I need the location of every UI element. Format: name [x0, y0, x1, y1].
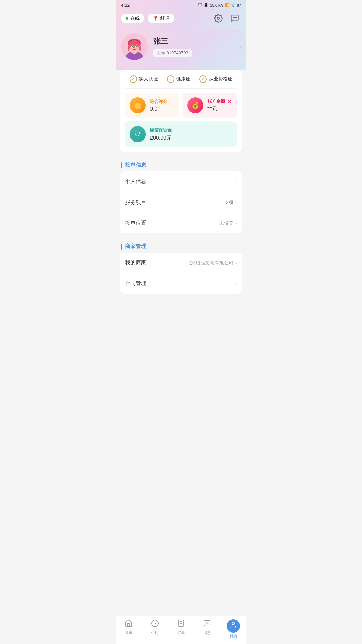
bottom-nav: 首页 忙时 订单 [116, 616, 246, 644]
deposit-row: 🛡 诚信保证金 200.00元 [125, 121, 237, 147]
online-status-badge[interactable]: 在线 [121, 14, 144, 23]
home-icon [125, 619, 133, 629]
main-content: ✓ 实人认证 ✓ 健康证 ✓ 从业资格证 [116, 70, 246, 325]
location-pin-icon: 📍 [153, 16, 158, 21]
score-card[interactable]: ⭐ 综合评分 0.0 [125, 93, 179, 118]
cert-item-qualification: ✓ 从业资格证 [199, 75, 232, 83]
personal-info-arrow: › [235, 179, 237, 185]
cert-item-real-name: ✓ 实人认证 [130, 75, 158, 83]
contract-management-item[interactable]: 合同管理 › [120, 273, 242, 294]
nav-orders-label: 订单 [177, 630, 185, 635]
svg-point-29 [232, 622, 234, 625]
order-info-title: 接单信息 [125, 162, 146, 169]
contract-right: › [235, 281, 237, 287]
messages-icon [203, 619, 211, 629]
service-items-item[interactable]: 服务项目 2项 › [120, 192, 242, 213]
certifications-row: ✓ 实人认证 ✓ 健康证 ✓ 从业资格证 [125, 75, 237, 89]
my-merchant-item[interactable]: 我的商家 北京楷泓文化有限公司 › [120, 253, 242, 273]
svg-point-1 [234, 17, 234, 18]
my-merchant-arrow: › [235, 260, 237, 266]
order-location-right: 未设置 › [219, 220, 237, 226]
cert-item-health: ✓ 健康证 [167, 75, 190, 83]
cert-check-health: ✓ [167, 75, 174, 83]
cert-stats-card: ✓ 实人认证 ✓ 健康证 ✓ 从业资格证 [120, 70, 242, 152]
personal-info-item[interactable]: 个人信息 › [120, 171, 242, 192]
service-items-arrow: › [235, 200, 237, 206]
status-bar: 4:12 ⏰ 📳 15.6 K/s 📶 📡 87 [116, 0, 246, 10]
svg-point-8 [128, 39, 141, 48]
my-merchant-label: 我的商家 [125, 259, 146, 266]
balance-value: **元 [207, 106, 232, 113]
avatar [121, 33, 148, 60]
cert-label-real: 实人认证 [139, 76, 158, 82]
status-icons: ⏰ 📳 15.6 K/s 📶 📡 87 [198, 3, 241, 7]
deposit-label: 诚信保证金 [150, 127, 232, 133]
cert-label-health: 健康证 [176, 76, 190, 82]
svg-point-13 [133, 46, 133, 47]
svg-point-12 [136, 46, 137, 48]
location-badge[interactable]: 📍 蚌埠 [148, 14, 174, 23]
svg-point-16 [136, 48, 139, 49]
header-icons [212, 12, 241, 24]
orders-icon [177, 619, 185, 629]
service-items-label: 服务项目 [125, 199, 146, 206]
svg-point-27 [207, 623, 207, 623]
nav-messages[interactable]: 消息 [194, 619, 220, 639]
order-location-value: 未设置 [219, 220, 233, 226]
score-icon: ⭐ [130, 97, 146, 113]
nav-mine-bg [227, 619, 240, 633]
deposit-value: 200.00元 [150, 135, 232, 142]
score-info: 综合评分 0.0 [150, 99, 175, 112]
deposit-icon: 🛡 [130, 126, 146, 142]
nav-busy[interactable]: 忙时 [142, 619, 168, 639]
service-items-value: 2项 [226, 200, 233, 206]
settings-button[interactable] [212, 12, 224, 24]
online-label: 在线 [130, 15, 140, 21]
nav-messages-label: 消息 [203, 630, 211, 635]
merchant-section-header: 商家管理 [116, 237, 246, 253]
profile-name: 张三 [153, 36, 234, 46]
svg-text:🛡: 🛡 [135, 131, 141, 138]
svg-point-11 [132, 46, 133, 48]
contract-arrow: › [235, 281, 237, 287]
wifi-icon: 📶 [225, 3, 230, 7]
balance-card[interactable]: 💰 账户余额 👁 **元 [183, 93, 237, 118]
order-location-item[interactable]: 接单位置 未设置 › [120, 213, 242, 233]
eye-icon[interactable]: 👁 [227, 99, 232, 105]
support-button[interactable] [229, 12, 241, 24]
nav-home-label: 首页 [125, 630, 132, 635]
speed-indicator: 15.6 K/s [210, 3, 223, 7]
personal-info-right: › [235, 179, 237, 185]
profile-employee-id: 工号 819748793 [153, 49, 192, 57]
stats-grid: ⭐ 综合评分 0.0 💰 [125, 93, 237, 118]
svg-point-28 [208, 623, 208, 623]
nav-orders[interactable]: 订单 [168, 619, 194, 639]
nav-mine-label: 我的 [230, 634, 237, 639]
contract-label: 合同管理 [125, 280, 146, 287]
svg-text:💰: 💰 [192, 102, 199, 109]
profile-detail-arrow[interactable]: › [239, 43, 241, 50]
balance-info: 账户余额 👁 **元 [207, 98, 232, 113]
nav-home[interactable]: 首页 [116, 619, 142, 639]
score-label: 综合评分 [150, 99, 175, 105]
nav-mine[interactable]: 我的 [220, 619, 246, 639]
svg-point-14 [137, 46, 137, 47]
balance-icon: 💰 [187, 97, 203, 113]
deposit-card[interactable]: 🛡 诚信保证金 200.00元 [125, 121, 237, 147]
header-left: 在线 📍 蚌埠 [121, 14, 174, 23]
personal-info-label: 个人信息 [125, 178, 146, 185]
svg-point-2 [235, 17, 235, 18]
nav-busy-label: 忙时 [151, 630, 159, 635]
svg-point-26 [206, 623, 206, 623]
signal-icon: 📡 [231, 3, 236, 7]
online-dot [126, 17, 128, 20]
status-time: 4:12 [121, 3, 130, 8]
section-bar [121, 162, 122, 168]
order-location-label: 接单位置 [125, 220, 146, 227]
svg-text:⭐: ⭐ [134, 102, 141, 109]
cert-check-qual: ✓ [199, 75, 207, 83]
order-location-arrow: › [235, 220, 237, 226]
score-value: 0.0 [150, 106, 175, 112]
service-items-right: 2项 › [226, 200, 237, 206]
profile-info: 张三 工号 819748793 [153, 36, 234, 57]
